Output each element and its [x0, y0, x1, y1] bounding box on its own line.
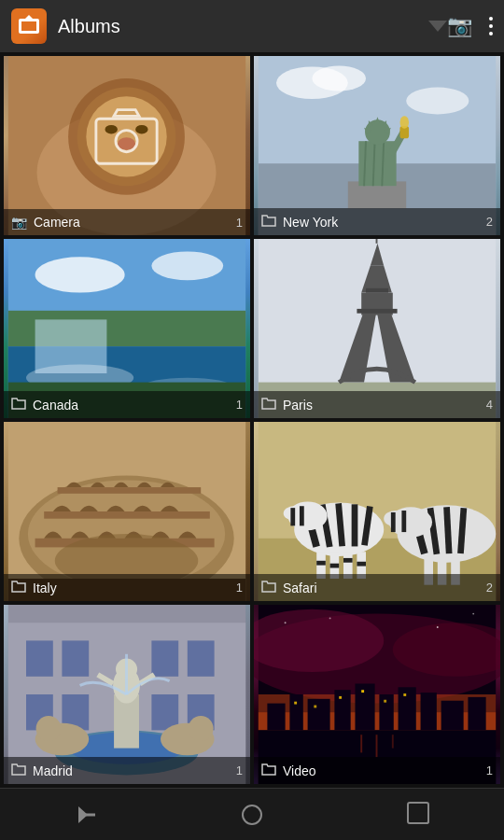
top-bar: Albums 📷: [0, 0, 504, 52]
svg-rect-97: [151, 694, 178, 730]
home-button[interactable]: [224, 796, 280, 833]
album-name-camera: Camera: [34, 215, 80, 230]
folder-icon-italy: [11, 580, 26, 595]
folder-icon-video: [261, 763, 276, 778]
album-count-newyork: 2: [486, 215, 493, 229]
album-thumb-video: Video1: [254, 605, 500, 784]
album-name-italy: Italy: [33, 581, 57, 595]
svg-rect-117: [267, 704, 285, 731]
svg-rect-47: [357, 309, 397, 314]
svg-point-139: [472, 613, 474, 615]
svg-rect-126: [468, 697, 485, 731]
album-item-italy[interactable]: Italy1: [4, 422, 250, 601]
svg-rect-119: [308, 699, 330, 731]
svg-rect-73: [316, 561, 326, 566]
svg-point-138: [437, 626, 439, 628]
svg-rect-120: [334, 690, 350, 730]
back-button[interactable]: [56, 796, 112, 833]
svg-rect-63: [352, 504, 358, 546]
album-name-safari: Safari: [283, 581, 317, 595]
album-label-left-safari: Safari: [261, 580, 317, 595]
album-count-safari: 2: [486, 581, 493, 595]
folder-icon-paris: [261, 397, 276, 413]
svg-point-5: [105, 125, 117, 134]
album-label-safari: Safari2: [254, 574, 500, 601]
svg-rect-48: [366, 288, 388, 293]
album-thumb-camera: 📷Camera1: [4, 56, 250, 235]
album-name-newyork: New York: [283, 215, 338, 230]
albums-grid: 📷Camera1: [0, 52, 504, 788]
more-options-button[interactable]: [489, 17, 493, 35]
app-icon: [11, 8, 47, 44]
svg-rect-76: [357, 562, 366, 567]
svg-point-15: [406, 88, 469, 115]
album-item-paris[interactable]: Paris4: [254, 239, 500, 418]
album-label-video: Video1: [254, 757, 500, 784]
svg-rect-91: [26, 640, 53, 676]
svg-rect-125: [441, 701, 464, 731]
svg-point-109: [189, 716, 214, 741]
recents-icon: [411, 805, 429, 824]
svg-rect-94: [188, 640, 215, 676]
svg-rect-54: [58, 487, 202, 494]
svg-rect-53: [44, 511, 210, 519]
album-label-left-canada: Canada: [11, 397, 78, 413]
svg-rect-93: [151, 640, 178, 676]
svg-rect-124: [421, 693, 437, 730]
album-count-camera: 1: [236, 216, 243, 230]
svg-rect-130: [361, 690, 364, 693]
folder-icon-safari: [261, 580, 276, 595]
album-label-camera: 📷Camera1: [4, 209, 250, 235]
album-name-paris: Paris: [283, 398, 313, 413]
album-count-canada: 1: [236, 398, 243, 412]
album-count-italy: 1: [236, 581, 243, 595]
album-thumb-safari: Safari2: [254, 422, 500, 601]
svg-rect-128: [314, 706, 316, 708]
album-label-italy: Italy1: [4, 574, 250, 601]
svg-point-14: [312, 66, 366, 91]
camera-icon[interactable]: 📷: [447, 14, 472, 38]
back-icon: [73, 806, 95, 823]
album-thumb-paris: Paris4: [254, 239, 500, 418]
svg-point-6: [135, 125, 147, 134]
album-count-paris: 4: [486, 398, 493, 412]
album-thumb-canada: Canada1: [4, 239, 250, 418]
album-label-paris: Paris4: [254, 391, 500, 418]
svg-point-107: [36, 716, 62, 741]
folder-icon-canada: [11, 397, 26, 413]
top-bar-actions: 📷: [447, 14, 493, 38]
album-item-safari[interactable]: Safari2: [254, 422, 500, 601]
album-name-video: Video: [283, 763, 316, 778]
album-thumb-italy: Italy1: [4, 422, 250, 601]
album-item-video[interactable]: Video1: [254, 605, 500, 784]
album-label-newyork: New York2: [254, 208, 500, 235]
svg-rect-127: [294, 702, 297, 705]
album-item-newyork[interactable]: New York2: [254, 56, 500, 235]
home-icon: [242, 805, 262, 825]
album-item-camera[interactable]: 📷Camera1: [4, 56, 250, 235]
page-title: Albums: [58, 16, 425, 37]
album-label-left-italy: Italy: [11, 580, 57, 595]
album-count-video: 1: [486, 763, 493, 777]
album-label-left-camera: 📷Camera: [11, 215, 80, 230]
bottom-nav: [0, 788, 504, 840]
svg-rect-92: [62, 640, 89, 676]
album-label-madrid: Madrid1: [4, 757, 250, 784]
svg-point-31: [35, 257, 125, 292]
svg-rect-123: [399, 687, 416, 730]
camera-icon-camera: 📷: [11, 215, 27, 230]
folder-icon-newyork: [261, 214, 276, 230]
recents-button[interactable]: [392, 796, 448, 833]
svg-rect-74: [330, 564, 340, 568]
album-label-left-newyork: New York: [261, 214, 338, 230]
album-item-madrid[interactable]: Madrid1: [4, 605, 250, 784]
svg-rect-132: [403, 693, 406, 696]
svg-rect-121: [355, 683, 374, 730]
album-label-left-paris: Paris: [261, 397, 313, 413]
album-item-canada[interactable]: Canada1: [4, 239, 250, 418]
svg-rect-67: [290, 508, 295, 525]
svg-rect-129: [339, 696, 342, 699]
album-thumb-newyork: New York2: [254, 56, 500, 235]
sort-indicator: [428, 21, 447, 32]
svg-point-32: [151, 251, 223, 280]
